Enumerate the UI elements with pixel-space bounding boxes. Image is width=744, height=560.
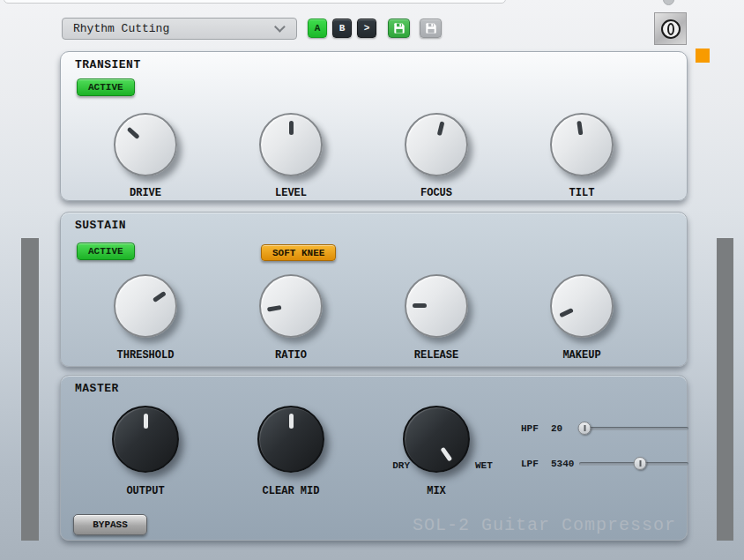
knob-pointer [104,265,188,348]
threshold-label: THRESHOLD [75,349,216,362]
makeup-label: MAKEUP [511,349,652,362]
knob-pointer [114,407,177,471]
release-knob[interactable] [405,274,468,338]
tilt-knob[interactable] [550,113,614,176]
transient-panel: TRANSIENT ACTIVE DRIVE LEVEL FOCUS TILT [60,51,688,201]
threshold-knob[interactable] [114,274,177,338]
output-knob[interactable] [112,406,179,473]
drive-label: DRIVE [75,187,216,199]
hpf-slider[interactable] [579,427,688,430]
save-as-button[interactable] [420,19,442,38]
transient-active-toggle[interactable]: ACTIVE [77,78,135,96]
mix-label: MIX [366,485,507,497]
lpf-value: 5340 [551,459,574,469]
mix-dry-label: DRY [369,460,410,471]
hpf-slider-thumb[interactable] [578,422,591,435]
chevron-down-icon [274,21,286,33]
knob-pointer [103,102,188,187]
brand-monogram-icon [661,19,681,39]
floppy-save-icon [393,22,405,34]
save-preset-button[interactable] [388,19,410,38]
level-knob[interactable] [259,113,323,176]
knob-pointer [261,115,321,175]
transient-title: TRANSIENT [75,58,141,71]
master-panel: MASTER DRY WET OUTPUT CLEAR MID MIX HPF … [60,375,688,541]
clear-mid-label: CLEAR MID [220,485,361,497]
ab-compare-a-button[interactable]: A [308,19,327,38]
knob-pointer [257,272,326,341]
tilt-label: TILT [511,187,652,199]
preset-selector[interactable]: Rhythm Cutting [62,18,297,40]
plugin-title: SOL-2 Guitar Compressor [413,515,676,535]
mix-wet-label: WET [475,460,493,471]
mix-knob[interactable] [403,406,470,473]
plugin-window: Rhythm Cutting A B > TRANSIENT ACTIVE [0,0,744,560]
release-label: RELEASE [366,349,507,362]
bypass-button[interactable]: BYPASS [73,514,147,535]
clear-mid-knob[interactable] [257,406,324,473]
knob-pointer [259,407,323,471]
floppy-save-as-icon [425,22,437,34]
sustain-active-toggle[interactable]: ACTIVE [77,243,135,260]
resize-handle-chip [696,49,710,63]
brand-logo [654,12,687,45]
focus-knob[interactable] [405,113,468,176]
lpf-slider-thumb[interactable] [634,457,647,470]
lpf-slider[interactable] [579,462,688,466]
host-knob-fragment [663,0,674,5]
drive-knob[interactable] [114,113,177,176]
ratio-knob[interactable] [259,274,323,338]
focus-label: FOCUS [366,187,507,199]
knob-pointer [548,111,616,179]
hpf-label: HPF [521,423,539,434]
right-side-bar [717,238,733,541]
left-side-bar [21,238,39,541]
soft-knee-toggle[interactable]: SOFT KNEE [261,244,336,261]
knob-pointer [542,266,621,346]
knob-pointer [400,108,472,181]
master-title: MASTER [75,382,119,395]
output-label: OUTPUT [75,485,216,497]
sustain-panel: SUSTAIN ACTIVE SOFT KNEE THRESHOLD RATIO… [60,212,688,367]
lpf-label: LPF [521,459,539,469]
knob-pointer [406,276,466,336]
sustain-title: SUSTAIN [75,219,126,232]
host-toolbar-edge [4,0,506,4]
ab-compare-b-button[interactable]: B [332,19,352,38]
preset-value: Rhythm Cutting [73,22,169,35]
level-label: LEVEL [220,187,361,199]
hpf-value: 20 [551,423,562,434]
copy-arrow-button[interactable]: > [357,19,376,38]
ratio-label: RATIO [220,349,361,362]
makeup-knob[interactable] [550,274,614,338]
